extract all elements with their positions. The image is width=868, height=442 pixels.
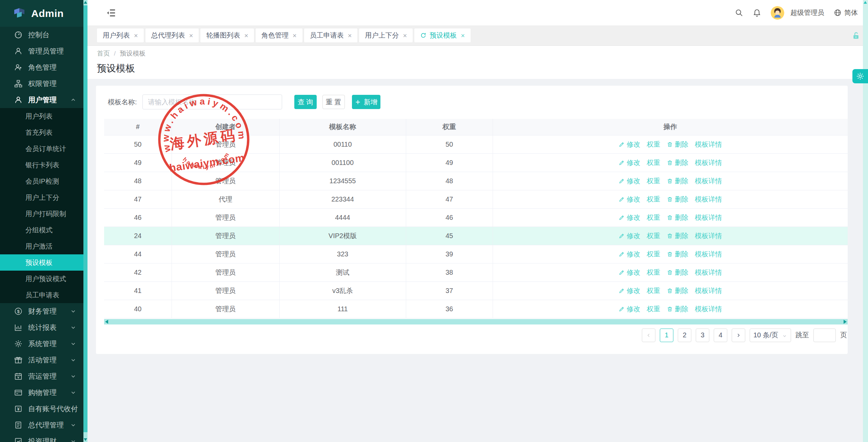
close-icon[interactable]: × — [293, 32, 297, 39]
sidebar-item[interactable]: $财务管理 — [0, 303, 83, 319]
page-button[interactable]: 1 — [660, 329, 673, 342]
sidebar-subitem[interactable]: 用户列表 — [0, 108, 83, 124]
close-icon[interactable]: × — [348, 32, 352, 39]
delete-link[interactable]: 删除 — [667, 286, 688, 295]
weight-link[interactable]: 权重 — [647, 176, 660, 186]
detail-link[interactable]: 模板详情 — [695, 140, 722, 149]
detail-link[interactable]: 模板详情 — [695, 213, 722, 222]
page-button[interactable]: 3 — [696, 329, 709, 342]
edit-link[interactable]: 修改 — [618, 250, 640, 259]
weight-link[interactable]: 权重 — [647, 231, 660, 240]
sidebar-item[interactable]: 权限管理 — [0, 76, 83, 92]
lock-icon[interactable] — [851, 31, 861, 40]
page-button[interactable]: 4 — [714, 329, 727, 342]
close-icon[interactable]: × — [244, 32, 248, 39]
delete-link[interactable]: 删除 — [667, 268, 688, 277]
sidebar-item[interactable]: 购物管理 — [0, 384, 83, 401]
sidebar-subitem[interactable]: 用户预设模式 — [0, 271, 83, 287]
close-icon[interactable]: × — [134, 32, 138, 39]
weight-link[interactable]: 权重 — [647, 286, 660, 295]
add-button[interactable]: 新增 — [352, 95, 380, 109]
delete-link[interactable]: 删除 — [667, 140, 688, 149]
delete-link[interactable]: 删除 — [667, 176, 688, 186]
avatar[interactable] — [771, 6, 784, 20]
edit-link[interactable]: 修改 — [618, 286, 640, 295]
sidebar-subitem[interactable]: 首充列表 — [0, 124, 83, 141]
tab[interactable]: 员工申请表× — [304, 28, 358, 42]
sidebar-item[interactable]: 角色管理 — [0, 59, 83, 76]
delete-link[interactable]: 删除 — [667, 195, 688, 204]
weight-link[interactable]: 权重 — [647, 304, 660, 314]
sidebar-item[interactable]: ¥自有账号代收付 — [0, 401, 83, 417]
reset-button[interactable]: 重 置 — [322, 95, 345, 109]
page-button[interactable]: 2 — [678, 329, 691, 342]
weight-link[interactable]: 权重 — [647, 158, 660, 167]
sidebar-scrollbar[interactable] — [83, 0, 87, 442]
edit-link[interactable]: 修改 — [618, 176, 640, 186]
edit-link[interactable]: 修改 — [618, 213, 640, 222]
weight-link[interactable]: 权重 — [647, 140, 660, 149]
sidebar-subitem[interactable]: 分组模式 — [0, 222, 83, 238]
tab[interactable]: 总代理列表× — [145, 28, 199, 42]
prev-page-button[interactable] — [642, 329, 655, 342]
sidebar-item[interactable]: 管理员管理 — [0, 43, 83, 59]
sidebar-item[interactable]: 活动管理 — [0, 352, 83, 368]
weight-link[interactable]: 权重 — [647, 195, 660, 204]
sidebar-item[interactable]: 统计报表 — [0, 319, 83, 336]
sidebar-subitem[interactable]: 用户打码限制 — [0, 206, 83, 222]
sidebar-item[interactable]: 总代理管理 — [0, 417, 83, 433]
sidebar-subitem[interactable]: 用户上下分 — [0, 189, 83, 206]
template-name-input[interactable] — [142, 94, 282, 109]
delete-link[interactable]: 删除 — [667, 213, 688, 222]
detail-link[interactable]: 模板详情 — [695, 286, 722, 295]
sidebar-item[interactable]: 系统管理 — [0, 336, 83, 352]
weight-link[interactable]: 权重 — [647, 250, 660, 259]
detail-link[interactable]: 模板详情 — [695, 268, 722, 277]
scroll-left-arrow-icon[interactable] — [105, 320, 108, 324]
scroll-down-arrow-icon[interactable] — [84, 438, 87, 441]
refresh-icon[interactable] — [420, 32, 427, 39]
detail-link[interactable]: 模板详情 — [695, 304, 722, 314]
user-name[interactable]: 超级管理员 — [790, 8, 824, 17]
sidebar-subitem[interactable]: 银行卡列表 — [0, 157, 83, 173]
delete-link[interactable]: 删除 — [667, 231, 688, 240]
jump-page-input[interactable] — [813, 329, 836, 342]
sidebar-subitem[interactable]: 会员订单统计 — [0, 141, 83, 157]
detail-link[interactable]: 模板详情 — [695, 231, 722, 240]
scroll-up-arrow-icon[interactable] — [864, 1, 867, 4]
close-icon[interactable]: × — [189, 32, 193, 39]
edit-link[interactable]: 修改 — [618, 195, 640, 204]
close-icon[interactable]: × — [403, 32, 407, 39]
horizontal-scrollbar[interactable] — [104, 319, 848, 324]
sidebar-subitem[interactable]: 会员IP检测 — [0, 173, 83, 189]
edit-link[interactable]: 修改 — [618, 158, 640, 167]
weight-link[interactable]: 权重 — [647, 268, 660, 277]
page-size-select[interactable]: 10 条/页 — [750, 329, 791, 342]
collapse-menu-icon[interactable] — [106, 8, 116, 18]
sidebar-scrollbar-thumb[interactable] — [83, 5, 87, 432]
detail-link[interactable]: 模板详情 — [695, 195, 722, 204]
tab[interactable]: 用户上下分× — [359, 28, 413, 42]
settings-gear-button[interactable] — [852, 69, 868, 83]
delete-link[interactable]: 删除 — [667, 158, 688, 167]
sidebar-subitem[interactable]: 预设模板 — [0, 254, 83, 271]
sidebar-item[interactable]: 用户管理 — [0, 92, 83, 108]
search-icon[interactable] — [735, 8, 743, 17]
weight-link[interactable]: 权重 — [647, 213, 660, 222]
edit-link[interactable]: 修改 — [618, 304, 640, 314]
tab[interactable]: 用户列表× — [97, 28, 144, 42]
bell-icon[interactable] — [753, 8, 761, 17]
edit-link[interactable]: 修改 — [618, 231, 640, 240]
sidebar-subitem[interactable]: 员工申请表 — [0, 287, 83, 303]
scroll-up-arrow-icon[interactable] — [84, 1, 87, 4]
delete-link[interactable]: 删除 — [667, 250, 688, 259]
tab[interactable]: 轮播图列表× — [200, 28, 254, 42]
close-icon[interactable]: × — [461, 32, 465, 39]
scroll-right-arrow-icon[interactable] — [844, 320, 847, 324]
sidebar-item[interactable]: 营运管理 — [0, 368, 83, 384]
delete-link[interactable]: 删除 — [667, 304, 688, 314]
search-button[interactable]: 查 询 — [294, 95, 317, 109]
detail-link[interactable]: 模板详情 — [695, 250, 722, 259]
language-switcher[interactable]: 简体 — [834, 8, 858, 17]
sidebar-subitem[interactable]: 用户激活 — [0, 238, 83, 254]
